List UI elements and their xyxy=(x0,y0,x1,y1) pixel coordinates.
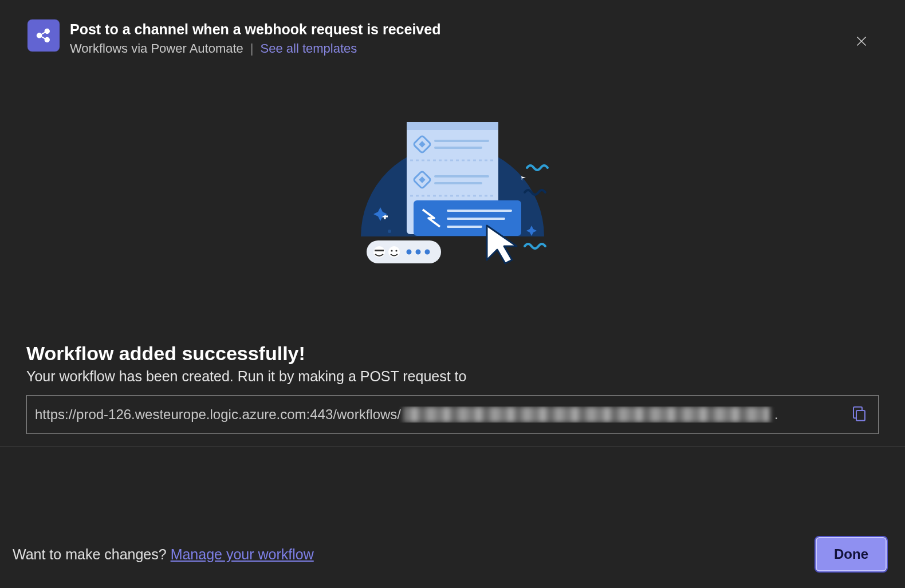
svg-point-32 xyxy=(416,249,421,254)
copy-icon xyxy=(851,405,868,422)
svg-point-1 xyxy=(45,29,50,34)
success-heading: Workflow added successfully! xyxy=(26,342,879,365)
success-description: Your workflow has been created. Run it b… xyxy=(26,368,879,385)
dialog-subtitle: Workflows via Power Automate xyxy=(70,41,243,56)
subtitle-divider: | xyxy=(250,41,254,56)
webhook-url-visible: https://prod-126.westeurope.logic.azure.… xyxy=(35,407,401,423)
close-icon xyxy=(854,34,869,49)
svg-point-29 xyxy=(391,250,392,251)
svg-point-31 xyxy=(407,249,412,254)
see-all-templates-link[interactable]: See all templates xyxy=(261,41,357,56)
svg-point-2 xyxy=(45,38,50,42)
url-ellipsis: . xyxy=(770,407,783,423)
footer-text: Want to make changes? Manage your workfl… xyxy=(13,546,314,563)
svg-rect-27 xyxy=(375,250,384,251)
webhook-url-redacted xyxy=(403,407,770,423)
svg-line-4 xyxy=(41,37,46,39)
workflow-app-icon xyxy=(27,19,60,52)
svg-rect-10 xyxy=(407,122,498,130)
header-text-block: Post to a channel when a webhook request… xyxy=(70,19,878,56)
webhook-url-text: https://prod-126.westeurope.logic.azure.… xyxy=(35,407,845,423)
changes-prompt: Want to make changes? xyxy=(13,546,171,562)
illustration-svg xyxy=(332,113,573,285)
copy-url-button[interactable] xyxy=(851,405,870,424)
close-button[interactable] xyxy=(850,30,873,53)
svg-point-0 xyxy=(37,33,42,38)
svg-point-34 xyxy=(388,230,391,233)
workflow-illustration xyxy=(332,113,573,285)
svg-line-3 xyxy=(41,32,46,34)
svg-point-33 xyxy=(425,249,430,254)
webhook-url-field[interactable]: https://prod-126.westeurope.logic.azure.… xyxy=(26,395,879,434)
svg-rect-35 xyxy=(856,411,865,421)
illustration-container xyxy=(0,113,905,285)
dialog-title: Post to a channel when a webhook request… xyxy=(70,20,878,39)
footer-separator xyxy=(0,447,905,447)
manage-workflow-link[interactable]: Manage your workflow xyxy=(171,546,314,562)
dialog-header: Post to a channel when a webhook request… xyxy=(0,0,905,56)
content-block: Workflow added successfully! Your workfl… xyxy=(26,342,879,434)
share-icon xyxy=(35,27,52,44)
dialog-footer: Want to make changes? Manage your workfl… xyxy=(0,520,905,588)
svg-point-30 xyxy=(395,250,397,251)
done-button[interactable]: Done xyxy=(816,537,887,571)
